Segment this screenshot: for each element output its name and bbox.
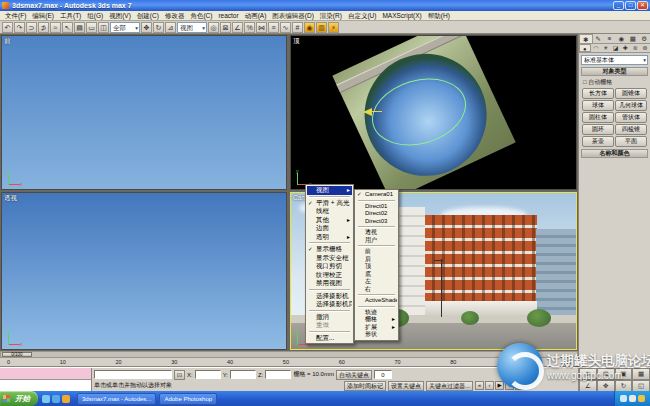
name-color-rollout[interactable]: 名称和颜色 [581, 149, 648, 158]
context-menu-item[interactable]: ✓显示安全框► [307, 254, 352, 263]
menu-item[interactable]: 帮助(H) [425, 11, 453, 21]
primitive-button[interactable]: 茶壶 [582, 136, 614, 147]
submenu-item[interactable]: ✓透视► [356, 229, 397, 237]
viewport-front[interactable]: 前 xy [1, 35, 287, 190]
context-menu-item[interactable]: ✓线框► [307, 207, 352, 216]
listener-line[interactable] [0, 380, 91, 391]
submenu-item[interactable]: ✓栅格► [356, 316, 397, 324]
primitive-button[interactable]: 几何球体 [615, 100, 647, 111]
close-button[interactable]: ✕ [637, 1, 648, 10]
selection-lock-icon[interactable]: ⊡ [174, 370, 185, 380]
systems-category[interactable]: ⊛ [640, 44, 650, 52]
cameras-category[interactable]: ◪ [611, 44, 621, 52]
tray-antivirus-icon[interactable] [638, 395, 645, 402]
task-3dsmax[interactable]: 3dsmax7.max - Autodes... [77, 393, 156, 405]
key-filters-button[interactable]: 关键点过滤器... [426, 381, 473, 391]
transform-gizmo-arrow[interactable] [363, 108, 372, 116]
primitive-button[interactable]: 长方体 [582, 88, 614, 99]
object-type-rollout[interactable]: 对象类型 [581, 67, 648, 76]
track-bar[interactable]: 0102030405060708090100 [0, 358, 578, 367]
submenu-item[interactable]: ✓Direct02► [356, 210, 397, 218]
submenu-item[interactable]: ✓后► [356, 256, 397, 264]
context-menu-item[interactable]: ✓视图► [307, 186, 352, 195]
submenu-item[interactable]: ✓扩展► [356, 324, 397, 332]
helpers-category[interactable]: ✚ [620, 44, 630, 52]
context-menu-item[interactable]: ✓纹理校正► [307, 271, 352, 280]
menu-item[interactable]: 编辑(E) [29, 11, 57, 21]
y-coordinate-field[interactable] [230, 370, 256, 379]
submenu-item[interactable]: ✓右► [356, 286, 397, 294]
context-menu-item[interactable]: ✓其他► [307, 216, 352, 225]
menu-item[interactable]: 自定义(U) [345, 11, 380, 21]
mirror-icon[interactable]: ⋈ [256, 22, 267, 33]
select-object-icon[interactable]: ↖ [62, 22, 73, 33]
context-menu-item[interactable]: ✓重做► [307, 321, 352, 330]
quick-launch-browser-icon[interactable] [52, 395, 60, 403]
schematic-view-icon[interactable]: # [292, 22, 303, 33]
submenu-item[interactable]: ✓Direct03► [356, 218, 397, 226]
primitive-button[interactable]: 平面 [615, 136, 647, 147]
menu-item[interactable]: 图表编辑器(D) [269, 11, 317, 21]
select-and-scale-icon[interactable]: ⊿ [165, 22, 176, 33]
submenu-item[interactable]: ✓Direct01► [356, 203, 397, 211]
hierarchy-tab[interactable]: ≡ [604, 34, 616, 43]
context-menu-item[interactable]: ✓撤消► [307, 313, 352, 322]
previous-frame-icon[interactable]: ‹ [485, 381, 494, 390]
glass-building-object[interactable] [536, 229, 576, 317]
add-time-tag-button[interactable]: 添加时间标记 [344, 381, 386, 391]
redo-icon[interactable]: ↷ [14, 22, 25, 33]
autogrid-checkbox[interactable]: □ [583, 79, 587, 85]
context-menu-item[interactable]: ✓边面► [307, 224, 352, 233]
angle-snap-icon[interactable]: ∠ [232, 22, 243, 33]
menu-item[interactable]: 动画(A) [242, 11, 270, 21]
context-menu-item[interactable]: ✓选择摄影机► [307, 292, 352, 301]
bind-to-space-warp-icon[interactable]: ≈ [50, 22, 61, 33]
minimize-button[interactable]: _ [613, 1, 624, 10]
set-key-button[interactable]: 设置关键点 [388, 381, 424, 391]
menu-item[interactable]: reactor [215, 11, 241, 21]
subcategory-dropdown[interactable]: 标准基本体 [581, 55, 648, 65]
material-editor-icon[interactable]: ◉ [304, 22, 315, 33]
snap-toggle-icon[interactable]: ⊠ [220, 22, 231, 33]
context-menu-item[interactable]: ✓显示栅格► [307, 245, 352, 254]
menu-item[interactable]: 创建(C) [134, 11, 162, 21]
x-coordinate-field[interactable] [195, 370, 221, 379]
context-menu-item[interactable]: ✓视口剪切► [307, 262, 352, 271]
viewport-label[interactable]: 透视 [4, 194, 17, 203]
select-and-rotate-icon[interactable]: ↻ [153, 22, 164, 33]
auto-key-button[interactable]: 自动关键点 [336, 370, 372, 380]
lights-category[interactable]: ☀ [601, 44, 611, 52]
z-coordinate-field[interactable] [265, 370, 291, 379]
submenu-item[interactable]: ✓前► [356, 248, 397, 256]
viewport-top[interactable]: 顶 xy [290, 35, 577, 190]
maximize-button[interactable]: □ [625, 1, 636, 10]
use-pivot-center-icon[interactable]: ◎ [208, 22, 219, 33]
menu-item[interactable]: 渲染(R) [317, 11, 345, 21]
primitive-button[interactable]: 管状体 [615, 112, 647, 123]
menu-item[interactable]: 视图(V) [106, 11, 134, 21]
shapes-category[interactable]: ◠ [591, 44, 601, 52]
task-photoshop[interactable]: Adobe Photoshop [159, 393, 217, 405]
submenu-item[interactable]: ✓ActiveShade► [356, 297, 397, 305]
submenu-item[interactable]: ✓轨迹► [356, 309, 397, 317]
primitive-button[interactable]: 圆柱体 [582, 112, 614, 123]
macro-recorder-line[interactable] [0, 368, 91, 380]
quick-launch-desktop-icon[interactable] [42, 395, 50, 403]
menu-item[interactable]: 工具(T) [57, 11, 84, 21]
primitive-button[interactable]: 四棱锥 [615, 124, 647, 135]
create-tab[interactable]: ✱ [579, 34, 593, 43]
reference-coordinate-dropdown[interactable]: 视图 [177, 22, 207, 33]
render-setup-icon[interactable]: ▥ [316, 22, 327, 33]
menu-item[interactable]: 文件(F) [2, 11, 29, 21]
current-frame-field[interactable]: 0 [374, 370, 392, 379]
display-tab[interactable]: ▦ [627, 34, 639, 43]
submenu-item[interactable]: ✓底► [356, 271, 397, 279]
quick-launch-media-icon[interactable] [62, 395, 70, 403]
start-button[interactable]: 开始 [0, 391, 38, 406]
submenu-item[interactable]: ✓用户► [356, 237, 397, 245]
go-to-start-icon[interactable]: « [475, 381, 484, 390]
context-menu-item[interactable]: ✓禁用视图► [307, 279, 352, 288]
menu-item[interactable]: MAXScript(X) [379, 11, 424, 21]
submenu-item[interactable]: ✓形状► [356, 331, 397, 339]
context-menu-item[interactable]: ✓平滑 + 高光► [307, 199, 352, 208]
